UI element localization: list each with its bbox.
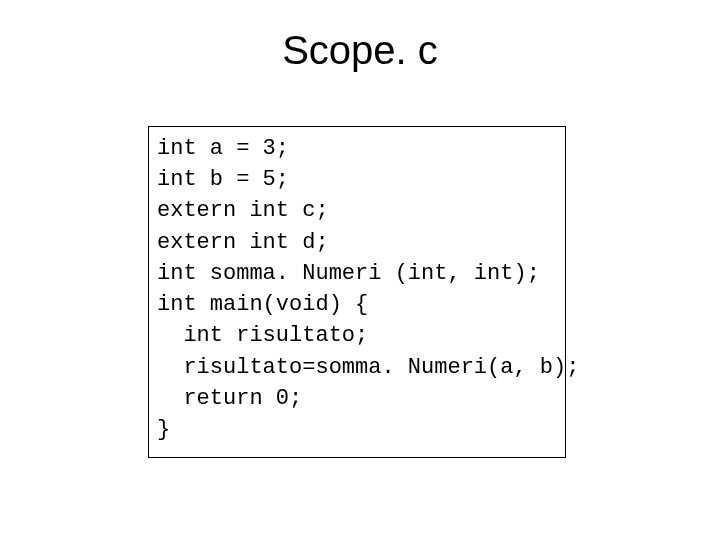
code-block-container: int a = 3; int b = 5; extern int c; exte… — [148, 126, 566, 458]
slide-title: Scope. c — [0, 28, 720, 73]
code-block: int a = 3; int b = 5; extern int c; exte… — [157, 133, 557, 445]
